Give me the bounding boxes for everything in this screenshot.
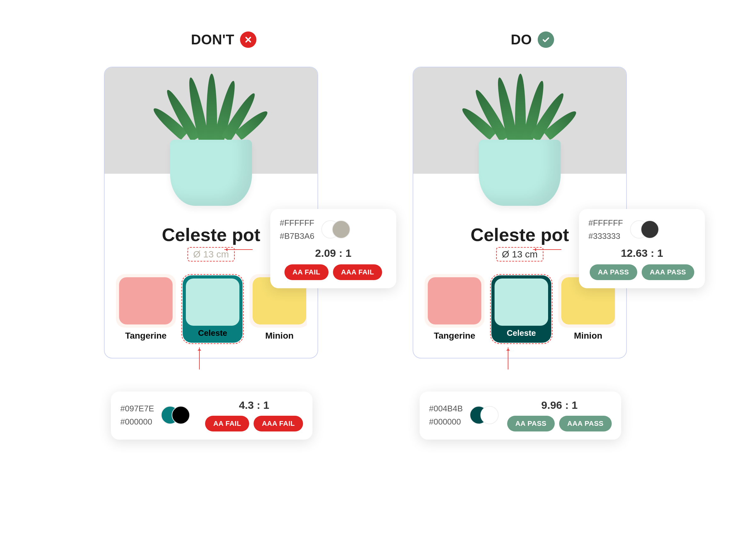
product-image xyxy=(105,67,318,215)
contrast-ratio: 2.09 : 1 xyxy=(280,247,387,259)
x-icon xyxy=(240,32,257,48)
plant-icon xyxy=(161,74,261,143)
product-card-dont: Celeste pot Ø 13 cm Tangerine Celeste xyxy=(104,67,318,358)
swatch-tangerine[interactable]: Tangerine xyxy=(425,274,484,344)
aa-badge: AA PASS xyxy=(590,264,637,280)
product-image xyxy=(413,67,626,215)
contrast-popover-swatch: #004B4B #000000 9.96 : 1 AA PASS AAA PAS… xyxy=(420,391,621,440)
comparison-stage: DON'T Celeste pot Ø 13 cm xyxy=(63,32,693,358)
do-heading: DO xyxy=(413,32,652,48)
swatch-celeste-selected[interactable]: Celeste xyxy=(181,274,244,344)
pot-icon xyxy=(479,140,561,206)
hex-a: #FFFFFF xyxy=(280,216,315,230)
aaa-badge: AAA FAIL xyxy=(254,416,303,432)
swatch-tangerine[interactable]: Tangerine xyxy=(116,274,176,344)
arrow-icon xyxy=(199,348,200,370)
selected-swatch-label: Celeste xyxy=(198,327,227,338)
selected-swatch-label: Celeste xyxy=(507,327,536,338)
color-dots-icon xyxy=(161,405,189,426)
contrast-popover-dimension: #FFFFFF #333333 12.63 : 1 AA PASS AAA PA… xyxy=(579,209,705,288)
arrow-icon xyxy=(508,348,508,370)
arrow-icon xyxy=(533,249,561,250)
dont-heading: DON'T xyxy=(104,32,343,48)
contrast-ratio: 9.96 : 1 xyxy=(507,399,612,411)
color-dots-icon xyxy=(470,405,498,426)
product-card-do: Celeste pot Ø 13 cm Tangerine Celeste xyxy=(413,67,627,358)
aaa-badge: AAA FAIL xyxy=(333,264,382,280)
dont-column: DON'T Celeste pot Ø 13 cm xyxy=(104,32,343,358)
color-dots-icon xyxy=(321,220,350,240)
hex-a: #FFFFFF xyxy=(589,216,623,230)
aaa-badge: AAA PASS xyxy=(559,416,612,432)
plant-icon xyxy=(469,74,570,143)
check-icon xyxy=(538,32,554,48)
aa-badge: AA PASS xyxy=(507,416,555,432)
hex-b: #333333 xyxy=(589,230,623,243)
contrast-ratio: 4.3 : 1 xyxy=(205,399,303,411)
contrast-popover-dimension: #FFFFFF #B7B3A6 2.09 : 1 AA FAIL AAA FAI… xyxy=(270,209,396,288)
aaa-badge: AAA PASS xyxy=(642,264,694,280)
color-dots-icon xyxy=(630,220,658,240)
dont-heading-text: DON'T xyxy=(191,32,234,47)
hex-b: #000000 xyxy=(429,415,463,429)
hex-b: #000000 xyxy=(120,415,154,429)
contrast-popover-swatch: #097E7E #000000 4.3 : 1 AA FAIL AAA FAIL xyxy=(111,391,313,440)
hex-a: #004B4B xyxy=(429,402,463,415)
contrast-ratio: 12.63 : 1 xyxy=(589,247,696,259)
arrow-icon xyxy=(224,249,253,250)
do-heading-text: DO xyxy=(511,32,532,47)
pot-icon xyxy=(170,140,252,206)
aa-badge: AA FAIL xyxy=(285,264,328,280)
swatch-celeste-selected[interactable]: Celeste xyxy=(490,274,553,344)
aa-badge: AA FAIL xyxy=(205,416,249,432)
hex-b: #B7B3A6 xyxy=(280,230,315,243)
hex-a: #097E7E xyxy=(120,402,154,415)
do-column: DO Celeste pot Ø 13 cm Ta xyxy=(413,32,652,358)
